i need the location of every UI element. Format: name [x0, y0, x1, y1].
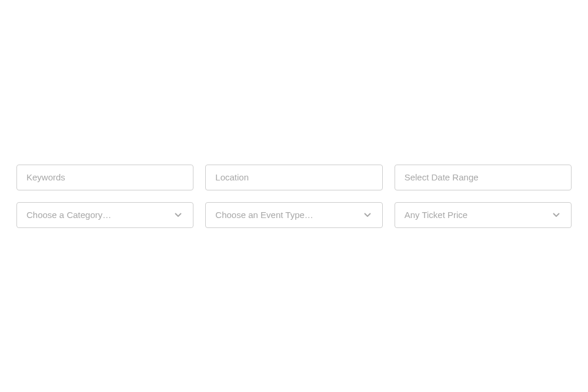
search-form: Choose a Category… Choose an Event Type……: [16, 165, 572, 228]
ticket-price-select-label: Any Ticket Price: [405, 210, 468, 220]
event-type-select-label: Choose an Event Type…: [215, 210, 313, 220]
location-input[interactable]: [205, 165, 382, 190]
keywords-input[interactable]: [16, 165, 193, 190]
date-range-input[interactable]: [395, 165, 572, 190]
event-type-select[interactable]: Choose an Event Type…: [205, 202, 382, 228]
ticket-price-select[interactable]: Any Ticket Price: [395, 202, 572, 228]
category-select-label: Choose a Category…: [26, 210, 111, 220]
category-select[interactable]: Choose a Category…: [16, 202, 193, 228]
chevron-down-icon: [551, 210, 562, 220]
chevron-down-icon: [362, 210, 373, 220]
chevron-down-icon: [173, 210, 183, 220]
